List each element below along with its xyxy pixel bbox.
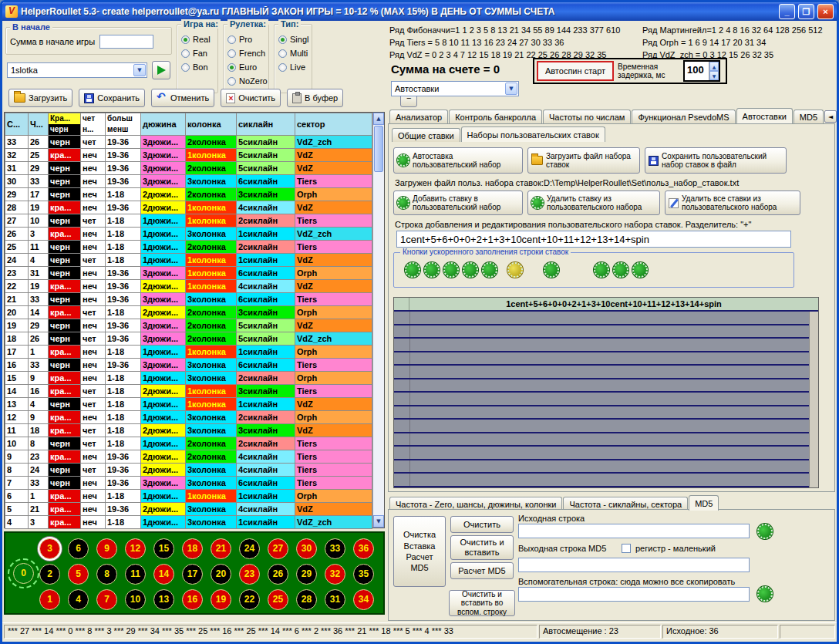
history-row[interactable]: 32 25 кра... неч 19-36 3дюжи... 1колонка…: [5, 149, 372, 162]
chip-button[interactable]: [405, 262, 420, 278]
radio-bon[interactable]: Bon: [181, 60, 215, 74]
board-number[interactable]: 17: [182, 564, 203, 585]
bet-set-grid-row[interactable]: [394, 379, 818, 393]
load-button[interactable]: Загрузить: [8, 89, 72, 107]
history-row[interactable]: 27 10 черн чет 1-18 1дюжи... 1колонка 2с…: [5, 214, 372, 228]
save-bet-set-button[interactable]: Сохранить пользовательский набор ставок …: [645, 147, 787, 174]
col-header-dozen[interactable]: дюжина: [141, 113, 186, 136]
bet-set-grid-row[interactable]: [394, 474, 818, 487]
bet-set-grid-row[interactable]: [394, 352, 818, 366]
aux-copy-button[interactable]: [757, 586, 773, 602]
add-bet-button[interactable]: Добавить ставку в пользовательский набор: [393, 191, 523, 215]
history-row[interactable]: 5 21 кра... неч 19-36 2дюжи... 3колонка …: [5, 503, 372, 516]
board-number[interactable]: 7: [96, 589, 117, 610]
col-header-parity[interactable]: чет н...: [81, 113, 106, 136]
board-number[interactable]: 18: [182, 538, 203, 559]
board-number[interactable]: 4: [68, 589, 89, 610]
autobets-combo[interactable]: Автоставки ▼: [391, 81, 519, 96]
tab-frequencies[interactable]: Частоты по числам: [543, 110, 631, 123]
autobet-user-set-button[interactable]: Автоставка пользовательский набор: [393, 147, 523, 174]
col-header-sixline[interactable]: сиклайн: [237, 113, 295, 136]
scroll-thumb[interactable]: [374, 126, 383, 172]
board-number[interactable]: 5: [68, 564, 89, 585]
chip-button[interactable]: [632, 262, 648, 278]
col-header-range[interactable]: больш менш: [106, 113, 141, 136]
spin-up-button[interactable]: ▲: [709, 62, 719, 71]
tab-md5[interactable]: MD5: [794, 110, 824, 123]
board-number[interactable]: 3: [39, 538, 60, 559]
board-number[interactable]: 33: [325, 538, 345, 559]
chip-button[interactable]: [424, 262, 440, 278]
board-number[interactable]: 19: [211, 589, 231, 610]
board-number[interactable]: 11: [125, 564, 146, 585]
load-bet-set-button[interactable]: Загрузить файл набора ставок: [527, 147, 640, 174]
bet-set-grid-row[interactable]: [394, 420, 818, 433]
history-row[interactable]: 7 33 черн неч 19-36 3дюжи... 3колонка 6с…: [5, 477, 372, 490]
history-row[interactable]: 9 23 кра... неч 19-36 2дюжи... 2колонка …: [5, 450, 372, 464]
board-number[interactable]: 34: [353, 589, 374, 610]
save-button[interactable]: Сохранить: [79, 89, 145, 107]
minimize-button[interactable]: _: [779, 4, 795, 19]
history-row[interactable]: 29 17 черн неч 1-18 2дюжи... 2колонка 3с…: [5, 188, 372, 201]
aux-string-input[interactable]: [518, 587, 750, 602]
history-row[interactable]: 23 31 черн неч 19-36 3дюжи... 1колонка 6…: [5, 267, 372, 280]
history-row[interactable]: 22 19 кра... неч 19-36 2дюжи... 1колонка…: [5, 280, 372, 293]
bet-set-grid-row[interactable]: [394, 325, 818, 339]
subtab-common-bets[interactable]: Общие ставки: [392, 128, 460, 142]
board-number[interactable]: 20: [211, 564, 231, 585]
chip-button[interactable]: [544, 262, 559, 278]
chevron-down-icon[interactable]: ▼: [505, 83, 517, 95]
tab-scroll-left-icon[interactable]: ◄: [824, 110, 837, 123]
board-number[interactable]: 27: [268, 538, 288, 559]
maximize-button[interactable]: ❐: [798, 4, 814, 19]
history-row[interactable]: 14 16 кра... чет 1-18 2дюжи... 1колонка …: [5, 385, 372, 398]
play-button[interactable]: [152, 61, 170, 79]
chip-button[interactable]: [463, 262, 478, 278]
history-row[interactable]: 31 29 черн неч 19-36 3дюжи... 2колонка 5…: [5, 162, 372, 175]
tab-analyzer[interactable]: Анализатор: [389, 110, 448, 123]
bet-set-grid-row[interactable]: [394, 433, 818, 447]
bet-set-grid-row[interactable]: [394, 312, 818, 325]
board-number[interactable]: 25: [268, 589, 288, 610]
radio-real[interactable]: Real: [181, 32, 215, 46]
history-row[interactable]: 8 24 черн чет 19-36 2дюжи... 3колонка 4с…: [5, 464, 372, 477]
col-header-number[interactable]: Ч...: [29, 113, 49, 136]
history-row[interactable]: 15 9 кра... неч 1-18 1дюжи... 3колонка 2…: [5, 372, 372, 385]
history-row[interactable]: 4 3 кра... неч 1-18 1дюжи... 3колонка 1с…: [5, 516, 372, 529]
delete-bet-button[interactable]: Удалить ставку из пользовательского набо…: [527, 191, 660, 215]
board-number[interactable]: 26: [268, 564, 288, 585]
history-row[interactable]: 17 1 кра... неч 1-18 1дюжи... 1колонка 1…: [5, 346, 372, 359]
board-number[interactable]: 30: [296, 538, 317, 559]
history-row[interactable]: 28 19 кра... неч 19-36 2дюжи... 1колонка…: [5, 201, 372, 214]
board-number[interactable]: 35: [353, 564, 374, 585]
history-row[interactable]: 12 9 кра... неч 1-18 1дюжи... 3колонка 2…: [5, 411, 372, 424]
close-button[interactable]: ×: [817, 4, 834, 19]
source-string-input[interactable]: [518, 524, 750, 538]
history-row[interactable]: 21 33 черн неч 19-36 3дюжи... 3колонка 6…: [5, 293, 372, 306]
history-row[interactable]: 18 26 черн чет 19-36 3дюжи... 2колонка 5…: [5, 332, 372, 346]
to-buffer-button[interactable]: В буфер: [287, 89, 343, 107]
col-header-sector[interactable]: сектор: [295, 113, 372, 136]
tab-autobets[interactable]: Автоставки: [736, 108, 793, 123]
chip-button[interactable]: [613, 262, 628, 278]
chip-button[interactable]: [507, 262, 523, 278]
board-number[interactable]: 23: [239, 564, 260, 585]
board-number[interactable]: 28: [296, 589, 317, 610]
md5-run-button[interactable]: [757, 524, 773, 539]
start-sum-input[interactable]: [99, 35, 153, 49]
board-number[interactable]: 14: [153, 564, 174, 585]
radio-fan[interactable]: Fan: [181, 46, 215, 60]
spin-down-button[interactable]: ▼: [709, 71, 719, 80]
board-number[interactable]: 24: [239, 538, 260, 559]
bet-set-grid-row[interactable]: [394, 406, 818, 420]
clear-paste-calc-button[interactable]: Очистка Вставка Расчет MD5: [393, 516, 446, 587]
bet-string-input[interactable]: [396, 231, 791, 248]
autospin-start-button[interactable]: Автоспин старт: [537, 61, 614, 81]
col-header-color[interactable]: Кра... черн: [49, 113, 81, 136]
board-number[interactable]: 8: [96, 564, 117, 585]
board-number[interactable]: 12: [125, 538, 146, 559]
chip-button[interactable]: [482, 262, 497, 278]
history-row[interactable]: 24 4 черн чет 1-18 1дюжи... 1колонка 1си…: [5, 254, 372, 267]
chip-button[interactable]: [594, 262, 609, 278]
history-row[interactable]: 10 8 черн чет 1-18 1дюжи... 2колонка 2си…: [5, 437, 372, 450]
